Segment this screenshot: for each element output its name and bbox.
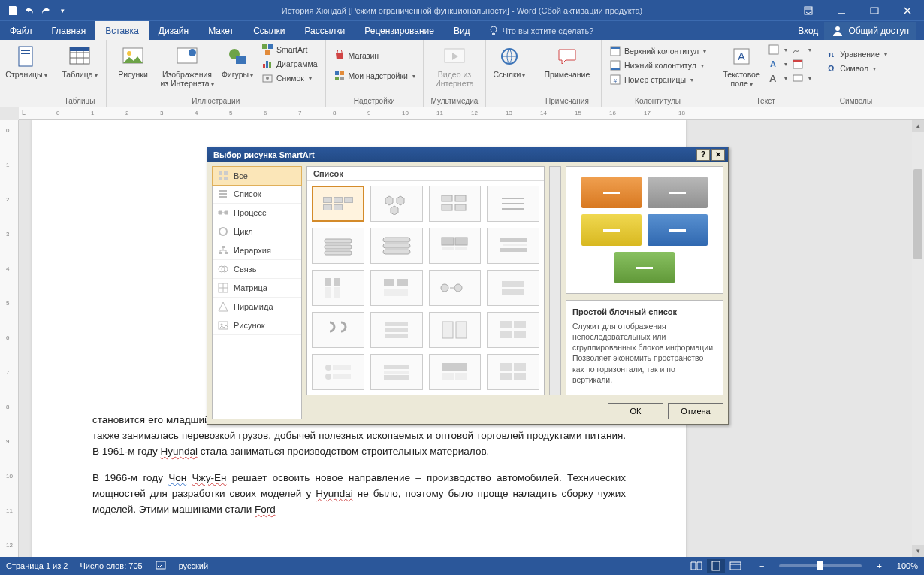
layout-item[interactable] [429, 354, 482, 390]
date-time-button[interactable] [791, 57, 812, 71]
ruler-vertical[interactable]: 0123456789101112 [0, 120, 19, 557]
dialog-close-button[interactable]: ✕ [711, 149, 725, 161]
layout-item[interactable] [370, 312, 423, 348]
tab-layout[interactable]: Макет [198, 21, 243, 40]
smartart-button[interactable]: SmartArt [258, 43, 321, 56]
online-pictures-button[interactable]: Изображения из Интернета▾ [158, 43, 216, 89]
status-language[interactable]: русский [179, 561, 208, 570]
tab-design[interactable]: Дизайн [149, 21, 198, 40]
status-proofing-icon[interactable] [155, 559, 167, 573]
tab-file[interactable]: Файл [0, 21, 42, 40]
tab-references[interactable]: Ссылки [243, 21, 294, 40]
category-all[interactable]: Все [212, 166, 302, 186]
symbol-button[interactable]: ΩСимвол▾ [822, 62, 890, 75]
footer-button[interactable]: Нижний колонтитул▾ [606, 59, 709, 72]
paragraph-2[interactable]: В 1966-м году Чон Чжу-Ен решает освоить … [92, 471, 626, 518]
ruler-horizontal[interactable]: L 0123456789101112131415161718 [19, 107, 924, 120]
layout-item[interactable] [370, 354, 423, 390]
signature-button[interactable]: ▾ [791, 43, 812, 56]
qat-dropdown-icon[interactable]: ▾ [54, 2, 71, 19]
view-print-layout[interactable] [707, 559, 725, 573]
zoom-level[interactable]: 100% [897, 561, 918, 570]
status-word-count[interactable]: Число слов: 705 [80, 561, 142, 570]
tab-view[interactable]: Вид [444, 21, 480, 40]
vertical-scrollbar[interactable]: ▴ ▾ [912, 120, 924, 557]
wordart-button[interactable]: A▾ [767, 57, 788, 71]
view-web-layout[interactable] [726, 559, 744, 573]
status-page[interactable]: Страница 1 из 2 [6, 561, 68, 570]
pictures-button[interactable]: Рисунки [111, 43, 155, 80]
view-read-mode[interactable] [687, 559, 705, 573]
text-box-button[interactable]: AТекстовое поле▾ [719, 43, 764, 89]
layout-item[interactable] [487, 354, 539, 390]
zoom-out-button[interactable]: − [756, 561, 767, 570]
quick-parts-button[interactable]: ▾ [767, 43, 788, 56]
links-button[interactable]: Ссылки▾ [491, 43, 528, 80]
pages-button[interactable]: Страницы▾ [5, 43, 48, 80]
tab-mailings[interactable]: Рассылки [294, 21, 355, 40]
svg-rect-108 [500, 373, 512, 380]
svg-rect-94 [500, 331, 512, 338]
shapes-button[interactable]: Фигуры▾ [219, 43, 255, 80]
layout-item[interactable] [312, 312, 364, 348]
layout-item[interactable] [487, 312, 539, 348]
dialog-ok-button[interactable]: ОК [608, 403, 663, 419]
layout-item[interactable] [312, 354, 364, 390]
category-list[interactable]: Список [213, 185, 301, 204]
category-relationship[interactable]: Связь [213, 260, 301, 279]
dialog-title-bar[interactable]: Выбор рисунка SmartArt ? ✕ [207, 147, 728, 162]
close-button[interactable] [891, 0, 924, 20]
svg-point-12 [189, 49, 196, 56]
svg-rect-74 [503, 244, 527, 246]
layout-item[interactable] [370, 228, 423, 264]
redo-icon[interactable] [38, 2, 54, 19]
screenshot-button[interactable]: Снимок▾ [258, 71, 321, 85]
table-button[interactable]: Таблица▾ [58, 43, 101, 80]
category-process[interactable]: Процесс [213, 204, 301, 222]
chart-button[interactable]: Диаграмма [258, 57, 321, 71]
ribbon-options-icon[interactable] [792, 0, 825, 20]
category-hierarchy[interactable]: Иерархия [213, 241, 301, 260]
dialog-cancel-button[interactable]: Отмена [668, 403, 723, 419]
layout-item[interactable] [370, 186, 423, 222]
page-number-button[interactable]: #Номер страницы▾ [606, 73, 709, 86]
minimize-button[interactable] [825, 0, 858, 20]
login-link[interactable]: Вход [798, 26, 818, 36]
category-matrix[interactable]: Матрица [213, 279, 301, 298]
maximize-button[interactable] [858, 0, 891, 20]
dialog-grid-scrollbar[interactable] [549, 166, 561, 395]
dialog-help-button[interactable]: ? [696, 149, 710, 161]
category-picture[interactable]: Рисунок [213, 316, 301, 335]
layout-item[interactable] [429, 312, 482, 348]
layout-item[interactable] [487, 270, 539, 306]
zoom-in-button[interactable]: + [874, 561, 884, 570]
layout-item[interactable] [487, 186, 539, 222]
tell-me-search[interactable]: Что вы хотите сделать? [488, 21, 594, 40]
layout-item[interactable] [429, 270, 482, 306]
layout-item[interactable] [429, 228, 482, 264]
undo-icon[interactable] [21, 2, 38, 19]
save-icon[interactable] [5, 2, 21, 19]
drop-cap-button[interactable]: A▾ [767, 71, 788, 85]
header-button[interactable]: Верхний колонтитул▾ [606, 44, 709, 58]
category-pyramid[interactable]: Пирамида [213, 298, 301, 316]
store-button[interactable]: Магазин [331, 49, 418, 62]
category-cycle[interactable]: Цикл [213, 222, 301, 241]
layout-item[interactable] [312, 228, 364, 264]
tab-review[interactable]: Рецензирование [355, 21, 444, 40]
layout-item[interactable] [312, 186, 364, 222]
layout-item[interactable] [370, 270, 423, 306]
svg-rect-104 [442, 373, 454, 380]
share-button[interactable]: Общий доступ [824, 22, 916, 40]
layout-item[interactable] [429, 186, 482, 222]
tab-insert[interactable]: Вставка [95, 21, 149, 40]
svg-rect-109 [514, 373, 526, 380]
my-addins-button[interactable]: Мои надстройки▾ [331, 69, 418, 83]
zoom-slider[interactable] [779, 564, 862, 567]
object-button[interactable]: ▾ [791, 71, 812, 85]
layout-item[interactable] [487, 228, 539, 264]
layout-item[interactable] [312, 270, 364, 306]
tab-home[interactable]: Главная [42, 21, 96, 40]
comment-button[interactable]: Примечание [538, 43, 596, 80]
equation-button[interactable]: πУравнение▾ [822, 47, 890, 61]
